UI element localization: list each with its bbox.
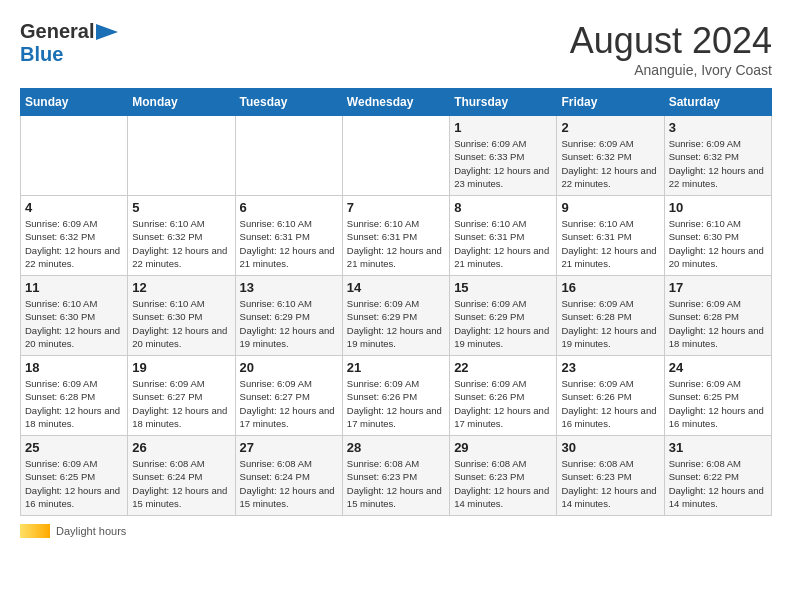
day-info: Sunrise: 6:09 AM Sunset: 6:27 PM Dayligh… — [240, 377, 338, 430]
day-of-week-header: Tuesday — [235, 89, 342, 116]
logo-general-text: General — [20, 20, 94, 43]
day-number: 6 — [240, 200, 338, 215]
calendar-week-row: 18Sunrise: 6:09 AM Sunset: 6:28 PM Dayli… — [21, 356, 772, 436]
day-info: Sunrise: 6:10 AM Sunset: 6:29 PM Dayligh… — [240, 297, 338, 350]
calendar-cell: 1Sunrise: 6:09 AM Sunset: 6:33 PM Daylig… — [450, 116, 557, 196]
day-info: Sunrise: 6:10 AM Sunset: 6:31 PM Dayligh… — [347, 217, 445, 270]
day-of-week-header: Monday — [128, 89, 235, 116]
page-header: General Blue August 2024 Ananguie, Ivory… — [20, 20, 772, 78]
calendar-cell: 10Sunrise: 6:10 AM Sunset: 6:30 PM Dayli… — [664, 196, 771, 276]
day-number: 14 — [347, 280, 445, 295]
calendar-cell: 30Sunrise: 6:08 AM Sunset: 6:23 PM Dayli… — [557, 436, 664, 516]
day-info: Sunrise: 6:10 AM Sunset: 6:32 PM Dayligh… — [132, 217, 230, 270]
day-info: Sunrise: 6:09 AM Sunset: 6:32 PM Dayligh… — [561, 137, 659, 190]
day-info: Sunrise: 6:08 AM Sunset: 6:22 PM Dayligh… — [669, 457, 767, 510]
day-number: 29 — [454, 440, 552, 455]
day-number: 2 — [561, 120, 659, 135]
calendar-cell: 23Sunrise: 6:09 AM Sunset: 6:26 PM Dayli… — [557, 356, 664, 436]
day-info: Sunrise: 6:10 AM Sunset: 6:31 PM Dayligh… — [454, 217, 552, 270]
day-number: 21 — [347, 360, 445, 375]
day-info: Sunrise: 6:09 AM Sunset: 6:28 PM Dayligh… — [669, 297, 767, 350]
day-number: 28 — [347, 440, 445, 455]
day-number: 24 — [669, 360, 767, 375]
day-info: Sunrise: 6:09 AM Sunset: 6:26 PM Dayligh… — [454, 377, 552, 430]
day-number: 19 — [132, 360, 230, 375]
calendar-cell: 22Sunrise: 6:09 AM Sunset: 6:26 PM Dayli… — [450, 356, 557, 436]
calendar-cell: 11Sunrise: 6:10 AM Sunset: 6:30 PM Dayli… — [21, 276, 128, 356]
day-number: 17 — [669, 280, 767, 295]
day-info: Sunrise: 6:09 AM Sunset: 6:26 PM Dayligh… — [347, 377, 445, 430]
day-number: 30 — [561, 440, 659, 455]
day-info: Sunrise: 6:10 AM Sunset: 6:30 PM Dayligh… — [669, 217, 767, 270]
calendar-cell: 9Sunrise: 6:10 AM Sunset: 6:31 PM Daylig… — [557, 196, 664, 276]
calendar-cell — [21, 116, 128, 196]
day-number: 13 — [240, 280, 338, 295]
calendar-cell — [128, 116, 235, 196]
calendar-cell: 17Sunrise: 6:09 AM Sunset: 6:28 PM Dayli… — [664, 276, 771, 356]
calendar-cell: 5Sunrise: 6:10 AM Sunset: 6:32 PM Daylig… — [128, 196, 235, 276]
day-number: 22 — [454, 360, 552, 375]
calendar-cell: 29Sunrise: 6:08 AM Sunset: 6:23 PM Dayli… — [450, 436, 557, 516]
day-number: 3 — [669, 120, 767, 135]
day-number: 27 — [240, 440, 338, 455]
day-info: Sunrise: 6:08 AM Sunset: 6:23 PM Dayligh… — [561, 457, 659, 510]
day-number: 4 — [25, 200, 123, 215]
calendar-table: SundayMondayTuesdayWednesdayThursdayFrid… — [20, 88, 772, 516]
day-info: Sunrise: 6:10 AM Sunset: 6:30 PM Dayligh… — [132, 297, 230, 350]
day-info: Sunrise: 6:10 AM Sunset: 6:30 PM Dayligh… — [25, 297, 123, 350]
legend-label: Daylight hours — [56, 525, 126, 537]
day-info: Sunrise: 6:09 AM Sunset: 6:33 PM Dayligh… — [454, 137, 552, 190]
day-number: 12 — [132, 280, 230, 295]
day-of-week-header: Wednesday — [342, 89, 449, 116]
calendar-cell: 26Sunrise: 6:08 AM Sunset: 6:24 PM Dayli… — [128, 436, 235, 516]
day-number: 10 — [669, 200, 767, 215]
calendar-cell: 25Sunrise: 6:09 AM Sunset: 6:25 PM Dayli… — [21, 436, 128, 516]
calendar-cell — [342, 116, 449, 196]
calendar-week-row: 1Sunrise: 6:09 AM Sunset: 6:33 PM Daylig… — [21, 116, 772, 196]
calendar-cell — [235, 116, 342, 196]
calendar-cell: 24Sunrise: 6:09 AM Sunset: 6:25 PM Dayli… — [664, 356, 771, 436]
title-block: August 2024 Ananguie, Ivory Coast — [570, 20, 772, 78]
day-info: Sunrise: 6:10 AM Sunset: 6:31 PM Dayligh… — [561, 217, 659, 270]
logo: General Blue — [20, 20, 118, 66]
day-number: 9 — [561, 200, 659, 215]
calendar-cell: 18Sunrise: 6:09 AM Sunset: 6:28 PM Dayli… — [21, 356, 128, 436]
day-number: 23 — [561, 360, 659, 375]
calendar-week-row: 4Sunrise: 6:09 AM Sunset: 6:32 PM Daylig… — [21, 196, 772, 276]
calendar-cell: 6Sunrise: 6:10 AM Sunset: 6:31 PM Daylig… — [235, 196, 342, 276]
day-info: Sunrise: 6:08 AM Sunset: 6:24 PM Dayligh… — [240, 457, 338, 510]
calendar-cell: 13Sunrise: 6:10 AM Sunset: 6:29 PM Dayli… — [235, 276, 342, 356]
calendar-cell: 14Sunrise: 6:09 AM Sunset: 6:29 PM Dayli… — [342, 276, 449, 356]
day-info: Sunrise: 6:09 AM Sunset: 6:27 PM Dayligh… — [132, 377, 230, 430]
day-info: Sunrise: 6:09 AM Sunset: 6:28 PM Dayligh… — [561, 297, 659, 350]
day-info: Sunrise: 6:09 AM Sunset: 6:29 PM Dayligh… — [454, 297, 552, 350]
calendar-cell: 19Sunrise: 6:09 AM Sunset: 6:27 PM Dayli… — [128, 356, 235, 436]
calendar-cell: 7Sunrise: 6:10 AM Sunset: 6:31 PM Daylig… — [342, 196, 449, 276]
calendar-cell: 28Sunrise: 6:08 AM Sunset: 6:23 PM Dayli… — [342, 436, 449, 516]
day-number: 7 — [347, 200, 445, 215]
calendar-cell: 4Sunrise: 6:09 AM Sunset: 6:32 PM Daylig… — [21, 196, 128, 276]
day-number: 31 — [669, 440, 767, 455]
day-of-week-header: Saturday — [664, 89, 771, 116]
calendar-cell: 16Sunrise: 6:09 AM Sunset: 6:28 PM Dayli… — [557, 276, 664, 356]
day-of-week-header: Thursday — [450, 89, 557, 116]
day-number: 11 — [25, 280, 123, 295]
calendar-cell: 20Sunrise: 6:09 AM Sunset: 6:27 PM Dayli… — [235, 356, 342, 436]
legend-color — [20, 524, 50, 538]
day-number: 18 — [25, 360, 123, 375]
day-of-week-header: Sunday — [21, 89, 128, 116]
day-info: Sunrise: 6:08 AM Sunset: 6:23 PM Dayligh… — [347, 457, 445, 510]
calendar-body: 1Sunrise: 6:09 AM Sunset: 6:33 PM Daylig… — [21, 116, 772, 516]
calendar-week-row: 25Sunrise: 6:09 AM Sunset: 6:25 PM Dayli… — [21, 436, 772, 516]
day-info: Sunrise: 6:09 AM Sunset: 6:26 PM Dayligh… — [561, 377, 659, 430]
day-info: Sunrise: 6:10 AM Sunset: 6:31 PM Dayligh… — [240, 217, 338, 270]
location-subtitle: Ananguie, Ivory Coast — [570, 62, 772, 78]
calendar-cell: 3Sunrise: 6:09 AM Sunset: 6:32 PM Daylig… — [664, 116, 771, 196]
day-of-week-header: Friday — [557, 89, 664, 116]
calendar-cell: 8Sunrise: 6:10 AM Sunset: 6:31 PM Daylig… — [450, 196, 557, 276]
day-number: 26 — [132, 440, 230, 455]
day-number: 20 — [240, 360, 338, 375]
day-info: Sunrise: 6:09 AM Sunset: 6:25 PM Dayligh… — [669, 377, 767, 430]
day-info: Sunrise: 6:08 AM Sunset: 6:23 PM Dayligh… — [454, 457, 552, 510]
day-number: 15 — [454, 280, 552, 295]
